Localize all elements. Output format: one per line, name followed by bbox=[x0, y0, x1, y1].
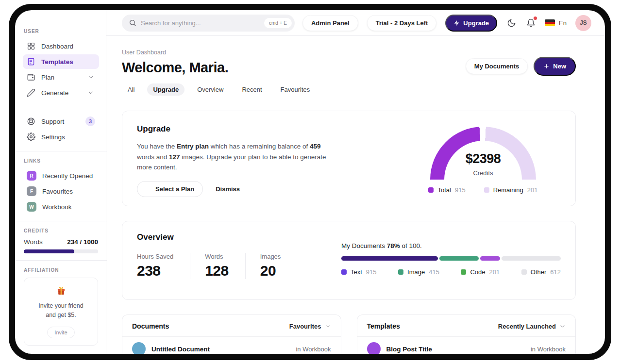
sidebar-item-support[interactable]: Support 3 bbox=[23, 114, 99, 129]
tab-upgrade[interactable]: Upgrade bbox=[147, 83, 184, 96]
link-badge-r: R bbox=[27, 171, 36, 181]
link-badge-w: W bbox=[27, 202, 36, 212]
affiliation-text: Invite your friend and get $5. bbox=[29, 301, 93, 320]
credits-gauge-legend: Total 915 Remaining 201 bbox=[420, 186, 546, 194]
template-list-item[interactable]: Blog Post Title in Workbook bbox=[357, 336, 576, 354]
legend-text-swatch bbox=[341, 269, 347, 275]
affiliation-card: Invite your friend and get $5. Invite bbox=[24, 278, 98, 346]
page-title: Welcome, Maria. bbox=[122, 60, 228, 76]
notifications-button[interactable] bbox=[525, 17, 536, 28]
chevron-down-icon bbox=[325, 323, 331, 330]
documents-filter-dropdown[interactable]: Favourites bbox=[289, 323, 331, 330]
templates-card: Templates Recently Launched Blog Post Ti… bbox=[357, 314, 576, 354]
sidebar-item-settings[interactable]: Settings bbox=[23, 130, 99, 144]
sidebar-divider bbox=[15, 260, 107, 261]
legend-image-swatch bbox=[398, 269, 403, 275]
sidebar-divider bbox=[15, 151, 107, 151]
sidebar-item-favourites[interactable]: F Favourites bbox=[23, 184, 99, 199]
pencil-icon bbox=[27, 88, 35, 97]
sidebar-item-plan[interactable]: Plan bbox=[23, 70, 99, 84]
select-plan-button[interactable]: Select a Plan bbox=[137, 181, 203, 197]
sidebar-item-label: Favourites bbox=[42, 188, 73, 195]
template-avatar bbox=[367, 342, 381, 354]
document-title: Untitled Document bbox=[151, 346, 210, 353]
search-placeholder: Search for anything... bbox=[141, 19, 260, 27]
wallet-icon bbox=[27, 73, 35, 82]
invite-button[interactable]: Invite bbox=[47, 327, 74, 338]
chevron-down-icon bbox=[86, 89, 95, 96]
notification-dot bbox=[534, 17, 537, 20]
credits-words-value: 234 / 1000 bbox=[67, 238, 98, 246]
tab-overview[interactable]: Overview bbox=[191, 83, 229, 96]
tab-favourites[interactable]: Favourites bbox=[275, 83, 316, 96]
device-frame: User Dashboard Templates Plan Generate S… bbox=[9, 4, 611, 360]
overview-stats: Hours Saved 238 Words 128 Images 20 bbox=[137, 253, 297, 279]
bar-segment bbox=[341, 256, 438, 261]
lifebuoy-icon bbox=[27, 117, 35, 126]
upgrade-card: Upgrade You have the Entry plan which ha… bbox=[122, 111, 576, 206]
sidebar-item-workbook[interactable]: W Workbook bbox=[23, 199, 99, 214]
sidebar-section-user: User bbox=[24, 29, 99, 34]
legend-remaining-swatch bbox=[484, 187, 489, 193]
trial-status-badge[interactable]: Trial - 2 Days Left bbox=[367, 15, 437, 31]
sidebar: User Dashboard Templates Plan Generate S… bbox=[15, 10, 106, 354]
overview-card-left: Overview Hours Saved 238 Words 128 Image… bbox=[137, 232, 297, 299]
sidebar-item-label: Templates bbox=[41, 58, 73, 66]
stat-words: Words 128 bbox=[190, 253, 245, 279]
sidebar-item-label: Generate bbox=[41, 89, 68, 97]
sidebar-item-recently-opened[interactable]: R Recently Opened bbox=[23, 168, 99, 183]
admin-panel-button[interactable]: Admin Panel bbox=[302, 15, 358, 31]
legend-code-swatch bbox=[461, 269, 466, 275]
document-location: in Workbook bbox=[296, 346, 331, 353]
gear-icon bbox=[27, 132, 35, 141]
document-avatar bbox=[132, 342, 146, 354]
legend-code: Code 201 bbox=[461, 268, 500, 276]
stat-images: Images 20 bbox=[245, 253, 298, 279]
tab-all[interactable]: All bbox=[122, 83, 140, 96]
gift-icon bbox=[56, 286, 66, 296]
bar-segment bbox=[439, 256, 479, 261]
templates-filter-dropdown[interactable]: Recently Launched bbox=[498, 323, 566, 330]
sidebar-section-credits: Credits bbox=[24, 228, 99, 233]
sidebar-item-dashboard[interactable]: Dashboard bbox=[23, 39, 99, 53]
language-selector[interactable]: En bbox=[545, 19, 567, 27]
overview-card-title: Overview bbox=[137, 232, 297, 242]
legend-remaining: Remaining 201 bbox=[484, 186, 538, 194]
sidebar-item-label: Support bbox=[41, 118, 64, 125]
chevron-down-icon bbox=[86, 74, 95, 81]
search-input[interactable]: Search for anything... cmd + E bbox=[122, 15, 295, 32]
legend-text: Text 915 bbox=[341, 268, 377, 276]
legend-image: Image 415 bbox=[398, 268, 439, 276]
breadcrumb: User Dashboard bbox=[122, 49, 576, 56]
sidebar-item-templates[interactable]: Templates bbox=[23, 54, 99, 69]
overview-card: Overview Hours Saved 238 Words 128 Image… bbox=[122, 221, 576, 300]
legend-total-swatch bbox=[428, 187, 434, 193]
dark-mode-toggle[interactable] bbox=[506, 17, 517, 28]
sidebar-item-generate[interactable]: Generate bbox=[23, 85, 99, 100]
plus-icon bbox=[146, 186, 152, 192]
upgrade-button[interactable]: Upgrade bbox=[445, 15, 497, 32]
search-icon bbox=[129, 19, 136, 27]
sidebar-item-label: Workbook bbox=[42, 203, 72, 211]
legend-other: Other 612 bbox=[521, 268, 561, 276]
moon-icon bbox=[507, 18, 516, 28]
sidebar-item-label: Recently Opened bbox=[42, 172, 93, 180]
main-area: Search for anything... cmd + E Admin Pan… bbox=[106, 10, 605, 354]
documents-card: Documents Favourites Untitled Document i… bbox=[122, 314, 341, 354]
documents-progress-bar bbox=[341, 256, 561, 261]
sidebar-item-label: Plan bbox=[41, 74, 54, 81]
documents-usage-chart: My Documents 78% of 100. Text 915 Image … bbox=[341, 232, 561, 299]
bar-segment bbox=[502, 256, 561, 261]
tabs: All Upgrade Overview Recent Favourites bbox=[122, 83, 576, 96]
user-avatar[interactable]: JS bbox=[575, 15, 591, 31]
sidebar-item-label: Settings bbox=[41, 133, 65, 141]
tab-recent[interactable]: Recent bbox=[236, 83, 268, 96]
new-button[interactable]: New bbox=[534, 57, 576, 76]
template-title: Blog Post Title bbox=[386, 346, 432, 353]
document-list-item[interactable]: Untitled Document in Workbook bbox=[122, 336, 341, 354]
dismiss-button[interactable]: Dismiss bbox=[216, 185, 240, 193]
bar-segment bbox=[480, 256, 500, 261]
my-documents-button[interactable]: My Documents bbox=[466, 58, 528, 74]
sidebar-section-links: Links bbox=[24, 158, 99, 164]
documents-usage-legend: Text 915 Image 415 Code 201 bbox=[341, 268, 561, 276]
